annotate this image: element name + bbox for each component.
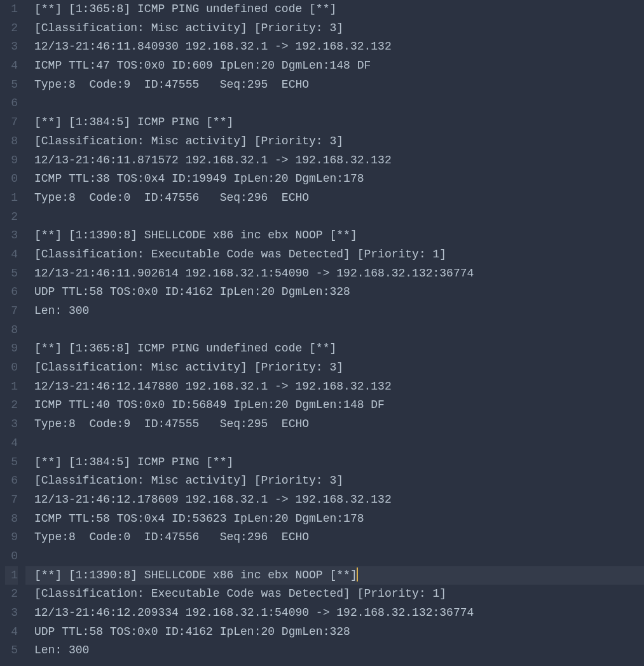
line-number: 6 xyxy=(5,94,18,113)
line-number: 7 xyxy=(5,302,18,321)
code-line[interactable]: ICMP TTL:40 TOS:0x0 ID:56849 IpLen:20 Dg… xyxy=(25,396,644,415)
line-number: 7 xyxy=(5,113,18,132)
code-line[interactable]: [**] [1:1390:8] SHELLCODE x86 inc ebx NO… xyxy=(25,226,644,245)
line-number: 2 xyxy=(5,396,18,415)
code-line[interactable]: Type:8 Code:0 ID:47556 Seq:296 ECHO xyxy=(25,528,644,547)
line-number: 2 xyxy=(5,208,18,227)
line-number: 1 xyxy=(5,0,18,19)
line-number: 9 xyxy=(5,151,18,170)
code-line[interactable]: [Classification: Misc activity] [Priorit… xyxy=(25,132,644,151)
line-number: 9 xyxy=(5,339,18,358)
code-line[interactable]: ICMP TTL:58 TOS:0x4 ID:53623 IpLen:20 Dg… xyxy=(25,510,644,529)
line-number: 4 xyxy=(5,434,18,453)
line-number: 2 xyxy=(5,19,18,38)
line-number: 3 xyxy=(5,415,18,434)
line-number: 3 xyxy=(5,37,18,57)
code-line[interactable]: 12/13-21:46:11.902614 192.168.32.1:54090… xyxy=(25,264,644,283)
code-line[interactable] xyxy=(25,94,644,113)
code-text: [**] [1:1390:8] SHELLCODE x86 inc ebx NO… xyxy=(34,569,357,581)
code-line[interactable]: 12/13-21:46:12.209334 192.168.32.1:54090… xyxy=(25,604,644,623)
line-number: 0 xyxy=(5,170,18,189)
line-number: 5 xyxy=(5,264,18,283)
code-line[interactable]: [Classification: Misc activity] [Priorit… xyxy=(25,19,644,38)
code-line[interactable]: Type:8 Code:0 ID:47556 Seq:296 ECHO xyxy=(25,189,644,208)
line-number: 8 xyxy=(5,321,18,340)
code-line[interactable]: Type:8 Code:9 ID:47555 Seq:295 ECHO xyxy=(25,415,644,434)
code-line[interactable]: 12/13-21:46:12.178609 192.168.32.1 -> 19… xyxy=(25,491,644,510)
code-line[interactable]: 12/13-21:46:11.840930 192.168.32.1 -> 19… xyxy=(25,37,644,57)
code-line[interactable] xyxy=(25,208,644,227)
line-number: 5 xyxy=(5,76,18,95)
code-line[interactable] xyxy=(25,321,644,340)
code-line[interactable]: Len: 300 xyxy=(25,641,644,660)
code-line[interactable]: [**] [1:365:8] ICMP PING undefined code … xyxy=(25,339,644,358)
code-line[interactable]: 12/13-21:46:12.147880 192.168.32.1 -> 19… xyxy=(25,377,644,397)
code-line[interactable]: [**] [1:1390:8] SHELLCODE x86 inc ebx NO… xyxy=(25,566,644,585)
code-line[interactable]: [**] [1:384:5] ICMP PING [**] xyxy=(25,113,644,132)
line-number: 7 xyxy=(5,491,18,510)
line-number: 8 xyxy=(5,510,18,529)
code-content-area[interactable]: [**] [1:365:8] ICMP PING undefined code … xyxy=(25,0,644,666)
code-line[interactable] xyxy=(25,434,644,453)
text-cursor xyxy=(357,567,358,581)
line-number: 3 xyxy=(5,604,18,623)
line-number: 4 xyxy=(5,57,18,76)
code-line[interactable]: [Classification: Misc activity] [Priorit… xyxy=(25,358,644,377)
code-editor[interactable]: 12345678901234567890123456789012345 [**]… xyxy=(0,0,644,666)
code-line[interactable]: [Classification: Misc activity] [Priorit… xyxy=(25,472,644,491)
code-line[interactable]: [Classification: Executable Code was Det… xyxy=(25,245,644,264)
line-number: 1 xyxy=(5,377,18,397)
line-number: 1 xyxy=(5,566,18,585)
code-line[interactable]: 12/13-21:46:11.871572 192.168.32.1 -> 19… xyxy=(25,151,644,170)
line-number: 2 xyxy=(5,585,18,604)
line-number: 5 xyxy=(5,641,18,660)
code-line[interactable]: Len: 300 xyxy=(25,302,644,321)
code-line[interactable]: [Classification: Executable Code was Det… xyxy=(25,585,644,604)
code-line[interactable]: [**] [1:384:5] ICMP PING [**] xyxy=(25,453,644,472)
code-line[interactable]: [**] [1:365:8] ICMP PING undefined code … xyxy=(25,0,644,19)
line-number: 1 xyxy=(5,189,18,208)
code-line[interactable]: ICMP TTL:47 TOS:0x0 ID:609 IpLen:20 DgmL… xyxy=(25,57,644,76)
line-number: 6 xyxy=(5,283,18,302)
line-number: 0 xyxy=(5,358,18,377)
code-line[interactable]: ICMP TTL:38 TOS:0x4 ID:19949 IpLen:20 Dg… xyxy=(25,170,644,189)
code-line[interactable]: UDP TTL:58 TOS:0x0 ID:4162 IpLen:20 DgmL… xyxy=(25,623,644,642)
line-number: 8 xyxy=(5,132,18,151)
line-number: 5 xyxy=(5,453,18,472)
code-line[interactable] xyxy=(25,547,644,566)
line-number: 3 xyxy=(5,226,18,245)
code-line[interactable]: UDP TTL:58 TOS:0x0 ID:4162 IpLen:20 DgmL… xyxy=(25,283,644,302)
line-number: 9 xyxy=(5,528,18,547)
code-line[interactable]: Type:8 Code:9 ID:47555 Seq:295 ECHO xyxy=(25,76,644,95)
line-number: 4 xyxy=(5,245,18,264)
line-number: 6 xyxy=(5,472,18,491)
line-number: 0 xyxy=(5,547,18,566)
line-number-gutter: 12345678901234567890123456789012345 xyxy=(0,0,25,666)
line-number: 4 xyxy=(5,623,18,642)
